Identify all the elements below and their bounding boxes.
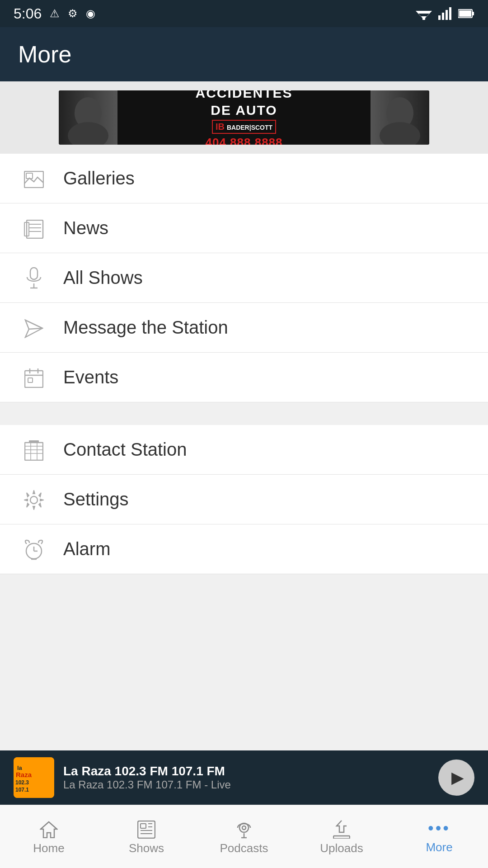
menu-item-news[interactable]: News bbox=[0, 203, 488, 253]
svg-marker-51 bbox=[41, 822, 57, 838]
svg-rect-9 bbox=[472, 12, 474, 15]
contact-station-label: Contact Station bbox=[63, 439, 187, 460]
svg-rect-6 bbox=[446, 10, 448, 20]
nav-podcasts[interactable]: Podcasts bbox=[195, 805, 293, 868]
station-logo: la Raza 102.3 107.1 bbox=[14, 757, 54, 798]
building-icon bbox=[24, 439, 43, 460]
podcasts-label: Podcasts bbox=[220, 841, 268, 855]
image-icon bbox=[24, 168, 44, 189]
menu-item-message-station[interactable]: Message the Station bbox=[0, 303, 488, 353]
nav-more[interactable]: ••• More bbox=[390, 805, 488, 868]
signal-icon bbox=[438, 7, 452, 20]
mic-icon bbox=[26, 267, 42, 289]
upload-icon bbox=[333, 818, 350, 839]
svg-rect-34 bbox=[25, 443, 43, 460]
gear-icon bbox=[24, 489, 44, 510]
ad-center: ACCIDENTES DE AUTO IB BADER|SCOTT 404.88… bbox=[117, 90, 371, 145]
svg-text:102.3: 102.3 bbox=[15, 779, 29, 786]
nav-home[interactable]: Home bbox=[0, 805, 98, 868]
all-shows-label: All Shows bbox=[63, 268, 143, 288]
svg-rect-7 bbox=[449, 7, 451, 20]
battery-icon bbox=[458, 8, 474, 19]
svg-rect-5 bbox=[442, 13, 444, 20]
section-divider bbox=[0, 402, 488, 425]
status-bar: 5:06 ⚠ ⚙ ◉ bbox=[0, 0, 488, 27]
svg-point-59 bbox=[242, 826, 246, 830]
page-title: More bbox=[18, 41, 71, 67]
menu-item-events[interactable]: Events bbox=[0, 353, 488, 402]
menu-item-galleries[interactable]: Galleries bbox=[0, 154, 488, 203]
send-icon bbox=[24, 317, 43, 338]
news-icon bbox=[24, 217, 44, 238]
ad-line2: DE AUTO bbox=[211, 103, 277, 118]
svg-text:107.1: 107.1 bbox=[15, 787, 29, 793]
warning-icon: ⚠ bbox=[50, 7, 60, 20]
calendar-icon bbox=[24, 367, 43, 388]
now-playing-info: La Raza 102.3 FM 107.1 FM La Raza 102.3 … bbox=[63, 764, 438, 791]
ad-face-right bbox=[371, 90, 429, 145]
home-label: Home bbox=[33, 841, 64, 855]
play-icon: ▶ bbox=[451, 768, 464, 787]
shows-label: Shows bbox=[129, 841, 164, 855]
wifi-icon bbox=[416, 7, 432, 20]
dots-icon: ••• bbox=[428, 819, 450, 838]
svg-point-41 bbox=[30, 496, 38, 504]
news-label: News bbox=[63, 218, 108, 238]
play-button[interactable]: ▶ bbox=[438, 760, 474, 796]
svg-rect-53 bbox=[141, 824, 146, 828]
menu-list-1: Galleries News bbox=[0, 154, 488, 402]
now-playing-title: La Raza 102.3 FM 107.1 FM bbox=[63, 764, 438, 778]
menu-item-settings[interactable]: Settings bbox=[0, 475, 488, 524]
ad-brand: IB BADER|SCOTT bbox=[212, 120, 276, 134]
ad-container[interactable]: ACCIDENTES DE AUTO IB BADER|SCOTT 404.88… bbox=[0, 81, 488, 154]
nav-shows[interactable]: Shows bbox=[98, 805, 195, 868]
at-icon: ◉ bbox=[86, 7, 95, 20]
home-icon bbox=[40, 818, 58, 839]
bottom-nav: Home Shows Podcasts bbox=[0, 805, 488, 868]
header: More bbox=[0, 27, 488, 81]
menu-item-contact-station[interactable]: Contact Station bbox=[0, 425, 488, 475]
svg-text:la: la bbox=[17, 764, 23, 771]
status-time: 5:06 bbox=[14, 5, 42, 22]
podcast-icon bbox=[236, 818, 252, 839]
galleries-label: Galleries bbox=[63, 168, 135, 189]
uploads-label: Uploads bbox=[320, 841, 363, 855]
svg-rect-40 bbox=[29, 440, 39, 443]
menu-item-alarm[interactable]: Alarm bbox=[0, 524, 488, 574]
svg-text:Raza: Raza bbox=[16, 771, 32, 778]
ad-face-left bbox=[59, 90, 117, 145]
menu-list-2: Contact Station Settings bbox=[0, 425, 488, 574]
svg-rect-33 bbox=[28, 378, 33, 382]
settings-icon: ⚙ bbox=[68, 7, 78, 20]
now-playing-bar[interactable]: la Raza 102.3 107.1 La Raza 102.3 FM 107… bbox=[0, 750, 488, 805]
svg-rect-10 bbox=[459, 10, 471, 17]
shows-icon bbox=[137, 818, 155, 838]
events-label: Events bbox=[63, 367, 118, 387]
svg-rect-4 bbox=[438, 15, 441, 20]
alarm-label: Alarm bbox=[63, 539, 110, 559]
settings-label: Settings bbox=[63, 489, 129, 509]
now-playing-subtitle: La Raza 102.3 FM 107.1 FM - Live bbox=[63, 778, 438, 791]
ad-line1: ACCIDENTES bbox=[195, 90, 292, 101]
nav-uploads[interactable]: Uploads bbox=[293, 805, 390, 868]
ad-banner[interactable]: ACCIDENTES DE AUTO IB BADER|SCOTT 404.88… bbox=[59, 90, 429, 145]
menu-item-all-shows[interactable]: All Shows bbox=[0, 253, 488, 303]
message-station-label: Message the Station bbox=[63, 317, 228, 338]
alarm-icon bbox=[24, 538, 44, 560]
more-label: More bbox=[426, 840, 452, 854]
ad-phone: 404.888.8888 bbox=[205, 136, 282, 145]
svg-rect-24 bbox=[30, 268, 38, 279]
